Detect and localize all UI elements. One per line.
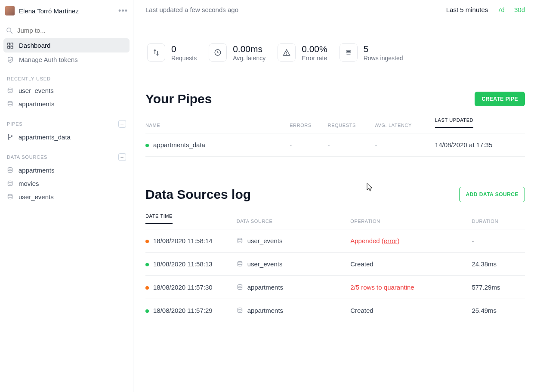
database-icon bbox=[237, 307, 243, 314]
nav-tokens[interactable]: Manage Auth tokens bbox=[3, 52, 130, 67]
svg-point-10 bbox=[7, 28, 11, 32]
section-recently-used: Recently Used bbox=[3, 67, 130, 84]
pipe-item[interactable]: appartments_data bbox=[3, 130, 130, 144]
sidebar: Elena Torró Martínez ••• Dashboard Manag… bbox=[0, 0, 133, 392]
more-icon[interactable]: ••• bbox=[118, 6, 128, 15]
nav-dashboard[interactable]: Dashboard bbox=[3, 38, 130, 52]
metric-requests: 0 Requests bbox=[147, 43, 197, 62]
datasource-item[interactable]: movies bbox=[3, 177, 130, 190]
create-pipe-button[interactable]: CREATE PIPE bbox=[475, 92, 525, 106]
datasource-item[interactable]: user_events bbox=[3, 190, 130, 204]
rows-icon bbox=[339, 43, 358, 62]
branch-icon bbox=[7, 134, 13, 140]
add-pipe-button[interactable]: + bbox=[118, 120, 126, 128]
nav-tokens-label: Manage Auth tokens bbox=[19, 56, 78, 63]
pipes-section: Your Pipes CREATE PIPE Name Errors Reque… bbox=[145, 92, 525, 157]
database-icon bbox=[7, 180, 13, 187]
nav-dashboard-label: Dashboard bbox=[19, 42, 50, 49]
section-data-sources: Data Sources + bbox=[3, 144, 130, 164]
dslog-row[interactable]: 18/08/2020 11:58:13 user_events Created … bbox=[145, 253, 525, 276]
pipes-title: Your Pipes bbox=[145, 92, 212, 106]
recent-item[interactable]: user_events bbox=[3, 84, 130, 97]
main: Last updated a few seconds ago Last 5 mi… bbox=[133, 0, 537, 392]
dslog-table: Date Time Data Source Operation Duration… bbox=[145, 213, 525, 322]
database-icon bbox=[7, 167, 13, 173]
recent-item[interactable]: appartments bbox=[3, 97, 130, 111]
dslog-title: Data Sources log bbox=[145, 187, 251, 202]
search-icon bbox=[6, 27, 13, 34]
database-icon bbox=[7, 87, 13, 94]
datasource-item[interactable]: appartments bbox=[3, 164, 130, 177]
dslog-row[interactable]: 18/08/2020 11:58:14 user_events Appended… bbox=[145, 229, 525, 253]
topbar: Last updated a few seconds ago Last 5 mi… bbox=[145, 6, 525, 13]
metric-rows: 5 Rows ingested bbox=[339, 43, 403, 62]
metric-latency: 0.00ms Avg. latency bbox=[209, 43, 265, 62]
range-tab[interactable]: Last 5 minutes bbox=[446, 6, 488, 13]
grid-icon bbox=[7, 42, 14, 49]
search-row[interactable] bbox=[3, 22, 130, 38]
svg-line-11 bbox=[11, 31, 12, 33]
dslog-row[interactable]: 18/08/2020 11:57:30 appartments 2/5 rows… bbox=[145, 276, 525, 299]
add-datasource-button[interactable]: + bbox=[118, 153, 126, 161]
warn-icon bbox=[278, 43, 296, 62]
database-icon bbox=[7, 101, 13, 107]
section-pipes: Pipes + bbox=[3, 111, 130, 130]
last-updated: Last updated a few seconds ago bbox=[145, 6, 238, 13]
metric-error: 0.00% Error rate bbox=[278, 43, 327, 62]
pipes-table: Name Errors Requests Avg. Latency Last U… bbox=[145, 117, 525, 157]
avatar bbox=[5, 6, 15, 15]
database-icon bbox=[7, 194, 13, 200]
search-input[interactable] bbox=[17, 27, 127, 34]
dslog-row[interactable]: 18/08/2020 11:57:29 appartments Created … bbox=[145, 299, 525, 322]
range-tabs: Last 5 minutes7d30d bbox=[446, 6, 525, 13]
database-icon bbox=[237, 284, 243, 290]
add-datasource-main-button[interactable]: ADD DATA SOURCE bbox=[459, 187, 525, 202]
range-tab[interactable]: 30d bbox=[514, 6, 525, 13]
dslog-section: Data Sources log ADD DATA SOURCE Date Ti… bbox=[145, 187, 525, 322]
clock-icon bbox=[209, 43, 227, 62]
user-block[interactable]: Elena Torró Martínez bbox=[5, 6, 79, 15]
database-icon bbox=[237, 238, 243, 244]
range-tab[interactable]: 7d bbox=[497, 6, 505, 13]
shield-icon bbox=[7, 56, 14, 63]
updown-icon bbox=[147, 43, 165, 62]
metrics-row: 0 Requests 0.00ms Avg. latency 0.00% Err… bbox=[145, 43, 525, 62]
database-icon bbox=[237, 261, 243, 267]
user-name: Elena Torró Martínez bbox=[19, 7, 79, 15]
pipe-row[interactable]: appartments_data - - - 14/08/2020 at 17:… bbox=[145, 133, 525, 157]
